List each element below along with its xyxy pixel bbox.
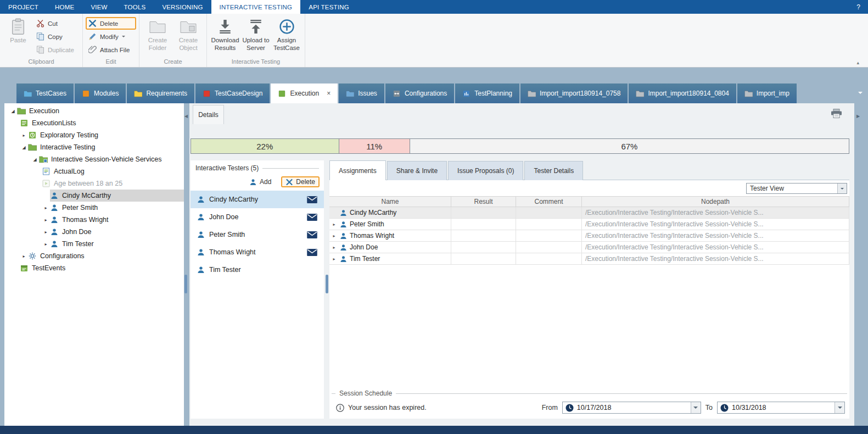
assignment-row-tim-tester[interactable]: ▸Tim Tester/Execution/Interactive Testin… [329,253,849,265]
chevron-down-icon[interactable] [837,183,847,193]
tree-collapsed-arrow-icon[interactable]: ▸ [20,133,28,138]
tree-item-executionlists[interactable]: ExecutionLists [4,117,184,129]
row-expand-arrow-icon[interactable]: ▸ [331,245,337,250]
assignment-row-cindy-mccarthy[interactable]: Cindy McCarthy/Execution/Interactive Tes… [329,207,849,219]
help-button[interactable]: ? [849,0,868,14]
tree-collapsed-arrow-icon[interactable]: ▸ [42,218,50,222]
tree-item-testevents[interactable]: TestEvents [4,262,184,274]
menu-item-view[interactable]: VIEW [82,0,115,14]
cut-button[interactable]: Cut [33,17,80,30]
document-tabstrip: TestCasesModulesRequirementsTestCaseDesi… [0,82,868,103]
download-results-button[interactable]: Download Results [210,15,240,52]
tester-item-peter-smith[interactable]: Peter Smith [191,226,324,243]
column-header-nodepath[interactable]: Nodepath [582,197,849,207]
document-tab-issues[interactable]: Issues [339,84,384,103]
splitter-handle[interactable] [326,275,328,293]
tab-close-icon[interactable]: × [327,90,331,97]
menu-item-tools[interactable]: TOOLS [116,0,154,14]
tester-view-select[interactable]: Tester View [746,183,847,194]
modify-button[interactable]: Modify [86,30,136,43]
tree-collapsed-arrow-icon[interactable]: ▸ [42,242,50,247]
menu-item-api-testing[interactable]: API TESTING [300,0,357,14]
document-tab-import-imp[interactable]: Import_imp [737,84,797,103]
tester-item-tim-tester[interactable]: Tim Tester [191,261,324,279]
tree-item-john-doe[interactable]: ▸John Doe [4,226,184,238]
menu-item-project[interactable]: PROJECT [0,0,47,14]
tree-item-age-between-18-an-25[interactable]: Age between 18 an 25 [4,177,184,190]
document-tab-import-import180914-0804[interactable]: Import_import180914_0804 [629,84,736,103]
tab-details[interactable]: Details [193,105,224,124]
chevron-down-icon[interactable] [835,402,844,413]
menu-item-versioning[interactable]: VERSIONING [154,0,211,14]
column-header-name[interactable]: Name [329,197,451,207]
column-header-comment[interactable]: Comment [516,197,582,207]
tree-expanded-arrow-icon[interactable]: ◢ [31,157,39,162]
panel-tab-issue-proposals-0[interactable]: Issue Proposals (0) [448,161,523,180]
tree-expanded-arrow-icon[interactable]: ◢ [20,145,28,150]
panel-tab-tester-details[interactable]: Tester Details [524,161,583,180]
create-object-button[interactable]: Create Object [173,15,204,52]
document-tab-requirements[interactable]: Requirements [127,84,194,103]
ribbon-group-label-create: Create [142,57,204,67]
tree-item-label: Interactive Session-Vehicle Services [51,155,161,163]
assignment-row-thomas-wright[interactable]: ▸Thomas Wright/Execution/Interactive Tes… [329,230,849,242]
row-expand-arrow-icon[interactable]: ▸ [331,257,337,261]
assignment-row-john-doe[interactable]: ▸John Doe/Execution/Interactive Testing/… [329,242,849,253]
tree-collapsed-arrow-icon[interactable]: ▸ [42,230,50,235]
splitter-handle[interactable] [184,275,187,293]
tree-item-configurations[interactable]: ▸Configurations [4,250,184,262]
column-header-result[interactable]: Result [451,197,516,207]
tester-item-thomas-wright[interactable]: Thomas Wright [191,243,324,261]
tree-collapsed-arrow-icon[interactable]: ▸ [20,254,28,259]
tree-item-cindy-mccarthy[interactable]: Cindy McCarthy [4,190,184,202]
result-cell [451,207,516,218]
tester-item-john-doe[interactable]: John Doe [191,208,324,226]
tree-item-label: Peter Smith [62,204,98,212]
tab-overflow-dropdown-icon[interactable] [858,92,863,96]
tree-item-tim-tester[interactable]: ▸Tim Tester [4,238,184,250]
tree-item-thomas-wright[interactable]: ▸Thomas Wright [4,214,184,226]
assign-testcase-button[interactable]: Assign TestCase [271,15,302,52]
tree-collapsed-arrow-icon[interactable]: ▸ [42,205,50,210]
duplicate-button[interactable]: Duplicate [33,43,80,56]
document-tab-testplanning[interactable]: TestPlanning [455,84,519,103]
copy-button[interactable]: Copy [33,30,80,43]
ribbon-collapse-icon[interactable]: ▴ [856,60,859,65]
scroll-left-icon[interactable]: ◀ [184,114,188,119]
scroll-right-icon[interactable]: ▶ [856,114,860,119]
document-tab-configurations[interactable]: Configurations [385,84,454,103]
menu-item-interactive-testing[interactable]: INTERACTIVE TESTING [211,0,301,14]
tree-item-peter-smith[interactable]: ▸Peter Smith [4,202,184,214]
tree-expanded-arrow-icon[interactable]: ◢ [9,109,17,114]
panel-tab-assignments[interactable]: Assignments [329,160,386,180]
document-tab-modules[interactable]: Modules [75,84,126,103]
row-expand-arrow-icon[interactable]: ▸ [331,233,337,238]
session-green-icon [39,155,48,163]
tester-item-cindy-mccarthy[interactable]: Cindy McCarthy [191,191,324,208]
attach-file-button[interactable]: Attach File [86,43,136,56]
menu-item-home[interactable]: HOME [47,0,82,14]
document-tab-execution[interactable]: Execution× [271,84,338,103]
chevron-down-icon[interactable] [691,402,701,413]
paste-button[interactable]: Paste [3,15,33,44]
document-tab-testcasedesign[interactable]: TestCaseDesign [195,84,270,103]
assignment-row-peter-smith[interactable]: ▸Peter Smith/Execution/Interactive Testi… [329,219,849,230]
delete-button[interactable]: Delete [86,17,136,30]
document-tab-testcases[interactable]: TestCases [16,84,74,103]
modify-dropdown-icon[interactable] [122,36,125,39]
create-folder-button[interactable]: Create Folder [142,15,173,52]
tree-item-execution[interactable]: ◢Execution [4,105,184,117]
tree-item-interactive-session-vehicle-services[interactable]: ◢Interactive Session-Vehicle Services [4,153,184,165]
delete-tester-button[interactable]: Delete [281,176,320,187]
from-date-picker[interactable]: 10/17/2018 [562,402,701,414]
tree-item-actuallog[interactable]: ActualLog [4,165,184,177]
tree-item-exploratory-testing[interactable]: ▸Exploratory Testing [4,129,184,141]
document-tab-import-import180914-0758[interactable]: Import_import180914_0758 [520,84,628,103]
row-expand-arrow-icon[interactable]: ▸ [331,222,337,227]
panel-tab-share-invite[interactable]: Share & Invite [387,161,447,180]
print-button[interactable] [831,109,842,118]
upload-to-server-button[interactable]: Upload to Server [240,15,271,52]
add-tester-button[interactable]: Add [245,176,276,187]
to-date-picker[interactable]: 10/31/2018 [717,402,845,414]
tree-item-interactive-testing[interactable]: ◢Interactive Testing [4,141,184,153]
